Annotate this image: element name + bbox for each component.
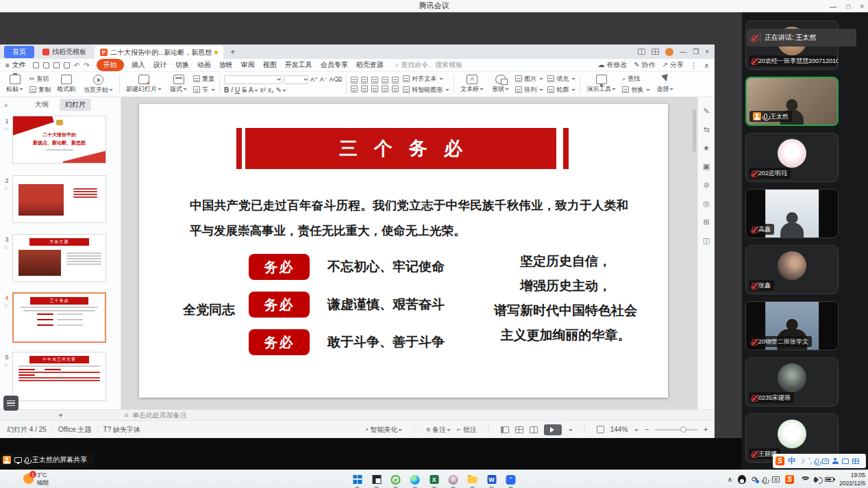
play-from-page-button[interactable]: 当页开始 [82,75,115,94]
slide-thumbnail-3[interactable]: 大会主题 [12,234,106,282]
print-preview-icon[interactable] [53,62,60,68]
numbering-icon[interactable] [361,77,368,84]
font-size-select[interactable] [284,75,308,84]
font-color-icon[interactable]: A [249,86,258,94]
underline-button[interactable]: U [235,86,240,94]
grid-view-icon[interactable] [652,49,659,55]
volume-icon[interactable] [814,478,817,482]
modified-status[interactable]: ☁ 有修改 [598,60,628,70]
hidden-icons-chevron[interactable]: ∧ [728,476,732,483]
strike-button[interactable]: S [242,86,247,94]
cut-button[interactable]: ✂剪切 [29,75,51,84]
photos-button[interactable] [448,474,458,485]
tab-outline[interactable]: 大纲 [29,99,54,111]
participant-tile[interactable]: 0235宋建瑶 [745,357,839,407]
tab-document[interactable]: P 二十大报告中的...新论断，新思想 [95,46,223,59]
new-slide-button[interactable]: 新建幻灯片 [124,75,164,94]
account-avatar[interactable] [665,48,673,56]
floating-menu-button[interactable] [3,396,18,411]
split-view-icon[interactable] [638,49,645,55]
italic-button[interactable]: I [231,86,233,94]
fill-button[interactable]: 填充 [547,75,575,84]
account-icon[interactable] [832,458,839,464]
file-explorer-button[interactable] [467,474,478,485]
sogou-tray-icon[interactable]: S [785,475,794,484]
reading-icon[interactable]: ◫ [703,236,710,245]
maximize-icon[interactable]: □ [846,3,850,10]
slide-thumbnail-1[interactable]: 二十大报告中的 新观点、新论断、新思想 [12,116,106,164]
tab-slideshow[interactable]: 放映 [219,60,234,70]
tab-devtools[interactable]: 开发工具 [284,60,313,70]
zoom-level[interactable]: 144% [610,426,628,433]
slide-thumbnail-5[interactable]: 十年来三件大事 [12,352,106,401]
participant-tile-speaking[interactable]: 王太然 [745,77,839,126]
outline-button[interactable]: 轮廓 [547,86,575,94]
wps-minimize-icon[interactable]: — [680,48,686,55]
tab-view[interactable]: 视图 [262,60,277,70]
help-icon[interactable]: ⊘ [703,181,709,190]
adjust-icon[interactable]: ⇆ [703,125,709,134]
excel-button[interactable]: X [429,474,439,485]
tab-insert[interactable]: 插入 [131,60,146,70]
grid-tool-icon[interactable]: ⊞ [703,218,709,227]
align-right-icon[interactable] [371,86,378,92]
notes-placeholder[interactable]: 单击此处添加备注 [132,411,187,420]
bold-button[interactable]: B [224,86,229,94]
qq-icon[interactable] [738,475,746,484]
smart-graphic-button[interactable]: 转智能图形 [403,86,449,94]
line-spacing-icon[interactable] [392,77,399,84]
tab-start[interactable]: 开始 [97,59,124,71]
replace-button[interactable]: 替换 [622,86,650,94]
highlight-icon[interactable]: ✎ [276,86,286,94]
record-icon[interactable]: ◎ [703,199,710,208]
normal-view-icon[interactable] [501,426,509,433]
collab-button[interactable]: ✎ 协作 [634,60,655,70]
arrange-button[interactable]: 排列 [515,86,543,94]
zoom-out-button[interactable]: − [645,426,649,433]
clear-format-icon[interactable]: A⌫ [330,76,343,83]
section-button[interactable]: 节 [193,86,215,94]
textbox-button[interactable]: 文本框 [458,75,486,94]
new-tab-button[interactable]: + [226,47,239,57]
device-icon[interactable] [772,476,780,483]
find-button[interactable]: ⌕查找 [622,75,650,84]
output-icon[interactable] [64,62,70,68]
slide-layout-icon[interactable]: ▣ [703,162,710,171]
missing-font-warning[interactable]: T? 缺失字体 [103,425,140,435]
tab-home[interactable]: 首页 [4,46,34,58]
play-options-caret[interactable] [569,429,573,433]
tab-member[interactable]: 会员专享 [320,60,349,70]
tab-docer-res[interactable]: 稻壳资源 [356,60,384,70]
copy-button[interactable]: 复制 [29,86,51,94]
tab-review[interactable]: 审阅 [240,60,256,70]
slide-thumbnail-2[interactable] [12,175,106,223]
align-left-icon[interactable] [351,86,358,92]
present-tools-button[interactable]: 演示工具 [584,75,618,94]
reset-button[interactable]: 重置 [193,75,215,84]
minimize-icon[interactable]: — [830,3,836,10]
tab-design[interactable]: 设计 [153,60,168,70]
select-button[interactable]: 选择 [654,75,675,94]
indent-decrease-icon[interactable] [371,77,378,84]
format-painter-button[interactable]: 格式刷 [55,75,77,94]
wifi-icon[interactable] [799,476,808,483]
browser-button[interactable]: e [390,474,401,485]
word-button[interactable]: W [486,474,497,485]
comment-button[interactable]: ⌐ 批注 [457,425,477,435]
start-button[interactable] [352,474,362,485]
participant-tile[interactable]: 高鑫 [745,189,839,238]
canvas-scrollbar[interactable] [693,110,696,152]
zoom-slider[interactable] [655,429,697,431]
bullets-icon[interactable] [351,77,358,84]
tray-mic-icon[interactable] [763,477,767,483]
sogou-logo-icon[interactable]: S [776,457,784,465]
more-menu-icon[interactable]: ⋮ [691,62,697,69]
participant-tile[interactable]: 张鑫 [745,245,839,294]
participant-tile[interactable]: 202迟明珏 [745,133,839,182]
slide-sorter-icon[interactable] [515,426,523,433]
font-name-select[interactable] [224,75,282,84]
distribute-icon[interactable] [392,86,399,92]
decrease-font-icon[interactable]: A⁻ [320,76,327,83]
animation-star-icon[interactable]: ★ [703,144,710,153]
paste-button[interactable]: 粘贴 [4,75,25,94]
